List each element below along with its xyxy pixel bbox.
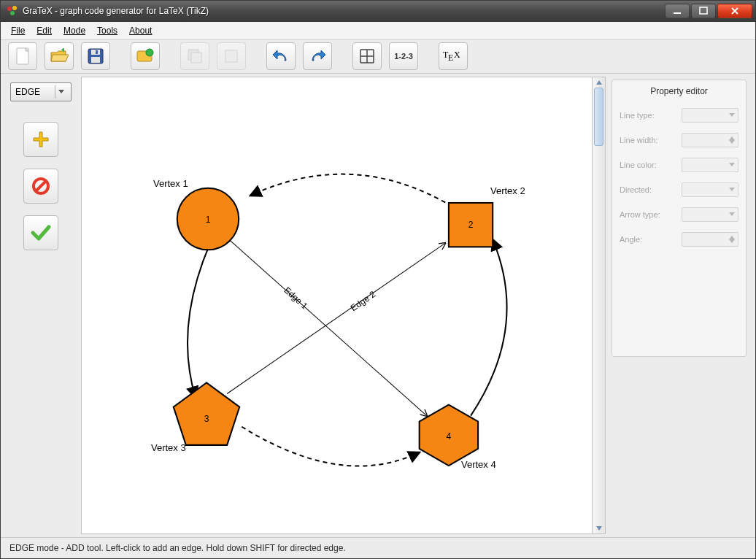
close-button[interactable]	[717, 4, 752, 18]
svg-rect-14	[225, 50, 237, 62]
svg-rect-8	[91, 57, 100, 63]
field-line-width[interactable]	[682, 133, 738, 147]
property-title: Property editor	[620, 86, 738, 96]
content-area: EDGE	[1, 74, 755, 538]
svg-point-2	[10, 11, 15, 15]
svg-rect-4	[700, 7, 707, 14]
menu-edit[interactable]: Edit	[32, 23, 56, 38]
label-line-type: Line type:	[620, 111, 655, 120]
menu-mode[interactable]: Mode	[59, 23, 90, 38]
svg-point-11	[146, 49, 153, 56]
svg-text:Edge 1: Edge 1	[282, 285, 310, 311]
app-icon	[7, 5, 18, 17]
svg-text:E: E	[448, 53, 453, 63]
titlebar[interactable]: GraTeX - graph code generator for LaTeX …	[1, 1, 755, 22]
template-button[interactable]	[131, 42, 160, 70]
svg-text:1: 1	[206, 215, 211, 225]
window-controls	[665, 4, 752, 18]
svg-line-21	[227, 243, 445, 393]
mode-select[interactable]: EDGE	[10, 82, 72, 101]
svg-text:3: 3	[204, 413, 209, 423]
vertical-scrollbar[interactable]	[593, 77, 606, 535]
delete-tool-button[interactable]	[23, 169, 58, 204]
field-angle[interactable]	[682, 232, 738, 247]
graph-svg: 1 2 3 4 Edge 1 Edge 2	[82, 77, 592, 534]
graph-canvas[interactable]: 1 2 3 4 Edge 1 Edge 2 Vertex 1 Vertex 2 …	[81, 77, 593, 535]
plus-icon	[31, 129, 51, 150]
accept-tool-button[interactable]	[23, 215, 58, 250]
svg-text:2: 2	[468, 220, 474, 230]
chevron-down-icon	[55, 85, 66, 99]
svg-point-0	[7, 7, 12, 11]
field-line-type[interactable]	[682, 108, 738, 123]
check-icon	[30, 224, 52, 242]
open-button[interactable]	[45, 42, 74, 70]
property-panel: Property editor Line type: Line width: L…	[606, 74, 755, 538]
label-directed: Directed:	[620, 185, 652, 194]
svg-point-1	[12, 6, 17, 10]
field-directed[interactable]	[682, 182, 738, 197]
grid-button[interactable]	[352, 42, 382, 70]
vertex1-label: Vertex 1	[153, 178, 188, 189]
svg-text:X: X	[454, 50, 460, 60]
maximize-button[interactable]	[691, 4, 716, 18]
tex-export-button[interactable]: TEX	[439, 42, 468, 70]
scroll-up-icon[interactable]	[593, 77, 605, 88]
tool-palette: EDGE	[1, 74, 81, 538]
scroll-thumb[interactable]	[594, 88, 603, 146]
canvas-container: 1 2 3 4 Edge 1 Edge 2 Vertex 1 Vertex 2 …	[81, 74, 606, 538]
svg-rect-9	[96, 50, 98, 54]
vertex4-label: Vertex 4	[461, 459, 496, 470]
undo-button[interactable]	[266, 42, 296, 70]
prohibit-icon	[31, 176, 51, 196]
menu-file[interactable]: File	[7, 23, 29, 38]
mode-value: EDGE	[15, 87, 40, 97]
menu-about[interactable]: About	[125, 23, 156, 38]
menu-tools[interactable]: Tools	[93, 23, 122, 38]
field-arrow-type[interactable]	[682, 207, 738, 222]
vertex2-label: Vertex 2	[490, 185, 525, 196]
minimize-button[interactable]	[665, 4, 690, 18]
svg-rect-3	[674, 12, 681, 14]
app-window: GraTeX - graph code generator for LaTeX …	[0, 0, 756, 559]
svg-rect-13	[191, 53, 201, 63]
svg-line-19	[36, 181, 46, 191]
label-arrow-type: Arrow type:	[620, 210, 660, 219]
duplicate-button[interactable]	[217, 42, 246, 70]
label-line-color: Line color:	[620, 161, 657, 169]
statusbar: EDGE mode - ADD tool. Left-click to add …	[1, 537, 755, 558]
toolbar: 1-2-3 TEX	[1, 40, 755, 74]
vertex3-label: Vertex 3	[151, 442, 186, 453]
numbering-button[interactable]: 1-2-3	[389, 42, 418, 70]
status-text: EDGE mode - ADD tool. Left-click to add …	[9, 543, 346, 553]
window-title: GraTeX - graph code generator for LaTeX …	[23, 6, 665, 16]
add-tool-button[interactable]	[23, 122, 58, 157]
label-line-width: Line width:	[620, 136, 658, 144]
svg-text:4: 4	[447, 431, 452, 441]
svg-text:Edge 2: Edge 2	[349, 288, 378, 313]
redo-button[interactable]	[303, 42, 332, 70]
field-line-color[interactable]	[682, 158, 738, 172]
save-button[interactable]	[81, 42, 110, 70]
copy-button[interactable]	[180, 42, 209, 70]
property-box: Property editor Line type: Line width: L…	[612, 80, 747, 357]
label-angle: Angle:	[620, 235, 642, 244]
menubar: File Edit Mode Tools About	[1, 22, 755, 40]
scroll-down-icon[interactable]	[593, 523, 605, 533]
new-button[interactable]	[8, 42, 37, 70]
